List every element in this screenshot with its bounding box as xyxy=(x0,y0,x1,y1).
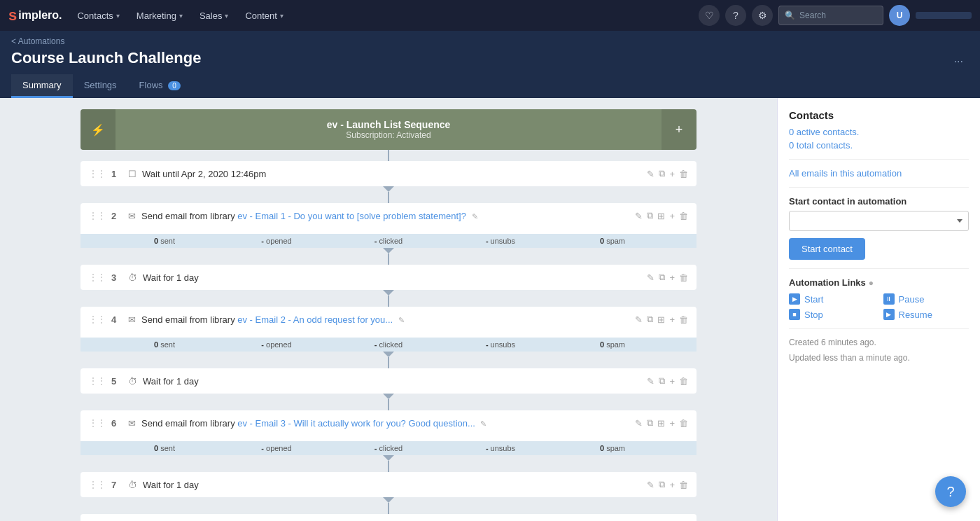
start-contact-select[interactable] xyxy=(789,211,969,231)
step-label: Wait for 1 day xyxy=(143,272,641,283)
tab-summary[interactable]: Summary xyxy=(11,74,73,98)
start-link-icon: ▶ xyxy=(789,293,800,305)
question-icon: ● xyxy=(869,278,874,288)
copy-action-icon[interactable]: ⧉ xyxy=(659,168,665,179)
trigger-icon: ⚡ xyxy=(80,109,115,150)
drag-handle[interactable]: ⋮⋮ xyxy=(89,211,106,221)
avatar[interactable]: U xyxy=(889,5,910,26)
step-actions: ✎ ⧉ + 🗑 xyxy=(647,479,688,490)
step-row-7: ⋮⋮ 7 ⏱ Wait for 1 day ✎ ⧉ + 🗑 xyxy=(80,472,696,497)
drag-handle[interactable]: ⋮⋮ xyxy=(89,480,106,489)
breadcrumb[interactable]: < Automations xyxy=(11,36,969,46)
step-number: 2 xyxy=(111,211,122,221)
duplicate-action-icon[interactable]: ⊞ xyxy=(657,418,665,429)
copy-action-icon[interactable]: ⧉ xyxy=(659,272,665,283)
steps-container: ⋮⋮ 1 ☐ Wait until Apr 2, 2020 12:46pm ✎ … xyxy=(6,150,771,521)
edit-action-icon[interactable]: ✎ xyxy=(647,169,654,179)
step-actions: ✎ ⧉ ⊞ + 🗑 xyxy=(635,210,688,221)
all-emails-link[interactable]: All emails in this automation xyxy=(789,168,969,179)
delete-action-icon[interactable]: 🗑 xyxy=(679,169,688,179)
edit-icon[interactable]: ✎ xyxy=(398,316,405,324)
edit-icon[interactable]: ✎ xyxy=(480,419,486,428)
nav-contacts[interactable]: Contacts ▾ xyxy=(70,8,126,24)
automation-link-pause[interactable]: ⏸ Pause xyxy=(883,293,969,305)
edit-action-icon[interactable]: ✎ xyxy=(635,211,643,221)
help-icon[interactable]: ? xyxy=(725,5,746,26)
nav-content[interactable]: Content ▾ xyxy=(238,8,290,24)
created-text: Created 6 minutes ago. xyxy=(789,338,969,347)
stat-spam: 0 spam xyxy=(556,237,668,245)
nav-marketing[interactable]: Marketing ▾ xyxy=(130,8,190,24)
main-content: ⚡ ev - Launch List Sequence Subscription… xyxy=(0,98,980,521)
start-contact-button[interactable]: Start contact xyxy=(789,238,865,260)
copy-action-icon[interactable]: ⧉ xyxy=(659,375,665,387)
duplicate-action-icon[interactable]: ⊞ xyxy=(657,314,665,325)
delete-action-icon[interactable]: 🗑 xyxy=(679,314,688,325)
email-link[interactable]: ev - Email 1 - Do you want to [solve pro… xyxy=(237,211,466,221)
add-action-icon[interactable]: + xyxy=(669,169,675,179)
trigger-text: ev - Launch List Sequence Subscription: … xyxy=(115,109,662,150)
edit-action-icon[interactable]: ✎ xyxy=(635,314,643,325)
lightning-icon: ⚡ xyxy=(91,123,105,137)
drag-handle[interactable]: ⋮⋮ xyxy=(89,418,106,428)
search-input[interactable]: 🔍 Search xyxy=(778,6,883,25)
nav-sales[interactable]: Sales ▾ xyxy=(192,8,236,24)
tab-settings[interactable]: Settings xyxy=(73,74,128,98)
clock-icon: ⏱ xyxy=(128,376,137,387)
step-label: Wait for 1 day xyxy=(143,376,641,387)
delete-action-icon[interactable]: 🗑 xyxy=(679,211,688,221)
stat-clicked: - clicked xyxy=(332,340,444,349)
email-link[interactable]: ev - Email 2 - An odd request for you... xyxy=(237,314,393,325)
add-action-icon[interactable]: + xyxy=(669,211,675,221)
duplicate-action-icon[interactable]: ⊞ xyxy=(657,211,665,221)
automation-link-stop[interactable]: ■ Stop xyxy=(789,309,875,320)
delete-action-icon[interactable]: 🗑 xyxy=(679,418,688,429)
edit-action-icon[interactable]: ✎ xyxy=(635,418,643,429)
automation-link-start[interactable]: ▶ Start xyxy=(789,293,875,305)
add-action-icon[interactable]: + xyxy=(669,418,675,429)
more-options-button[interactable]: ··· xyxy=(948,53,969,71)
start-contact-label: Start contact in automation xyxy=(789,196,969,207)
edit-action-icon[interactable]: ✎ xyxy=(647,272,654,283)
trigger-title: ev - Launch List Sequence xyxy=(115,119,662,130)
copy-action-icon[interactable]: ⧉ xyxy=(647,314,653,325)
clock-icon: ☐ xyxy=(128,169,136,179)
active-contacts-link[interactable]: 0 active contacts. xyxy=(789,127,969,137)
add-action-icon[interactable]: + xyxy=(669,480,675,490)
trigger-add-button[interactable]: + xyxy=(662,109,696,150)
copy-action-icon[interactable]: ⧉ xyxy=(647,417,653,429)
delete-action-icon[interactable]: 🗑 xyxy=(679,272,688,283)
copy-action-icon[interactable]: ⧉ xyxy=(659,479,665,490)
favorites-icon[interactable]: ♡ xyxy=(699,5,720,26)
stat-opened: - opened xyxy=(220,340,332,349)
drag-handle[interactable]: ⋮⋮ xyxy=(89,272,106,282)
stat-clicked: - clicked xyxy=(332,444,444,452)
drag-handle[interactable]: ⋮⋮ xyxy=(89,169,106,179)
delete-action-icon[interactable]: 🗑 xyxy=(679,480,688,490)
settings-icon[interactable]: ⚙ xyxy=(752,5,773,26)
edit-action-icon[interactable]: ✎ xyxy=(647,376,654,387)
edit-action-icon[interactable]: ✎ xyxy=(647,480,654,490)
tab-flows[interactable]: Flows 0 xyxy=(128,74,192,98)
email-link[interactable]: ev - Email 3 - Will it actually work for… xyxy=(237,418,475,429)
step-label: Send email from library ev - Email 3 - W… xyxy=(141,418,629,429)
add-action-icon[interactable]: + xyxy=(669,314,675,325)
copy-action-icon[interactable]: ⧉ xyxy=(647,210,653,221)
top-navigation: simplero. Contacts ▾ Marketing ▾ Sales ▾… xyxy=(0,0,980,31)
step-label: Send email from library ev - Email 2 - A… xyxy=(141,314,629,325)
drag-handle[interactable]: ⋮⋮ xyxy=(89,314,106,324)
automation-area: ⚡ ev - Launch List Sequence Subscription… xyxy=(0,98,777,521)
delete-action-icon[interactable]: 🗑 xyxy=(679,376,688,387)
automation-link-resume[interactable]: ▶ Resume xyxy=(883,309,969,320)
tabs-row: Summary Settings Flows 0 xyxy=(11,74,969,98)
chevron-down-icon: ▾ xyxy=(179,12,183,20)
edit-icon[interactable]: ✎ xyxy=(472,212,478,221)
add-action-icon[interactable]: + xyxy=(669,272,675,283)
add-action-icon[interactable]: + xyxy=(669,376,675,387)
step-number: 4 xyxy=(111,314,122,325)
logo[interactable]: simplero. xyxy=(8,6,62,25)
email-stats: 0 sent - opened - clicked - unsubs 0 spa… xyxy=(80,441,696,455)
total-contacts-link[interactable]: 0 total contacts. xyxy=(789,140,969,151)
help-fab-button[interactable]: ? xyxy=(935,476,966,507)
drag-handle[interactable]: ⋮⋮ xyxy=(89,376,106,386)
